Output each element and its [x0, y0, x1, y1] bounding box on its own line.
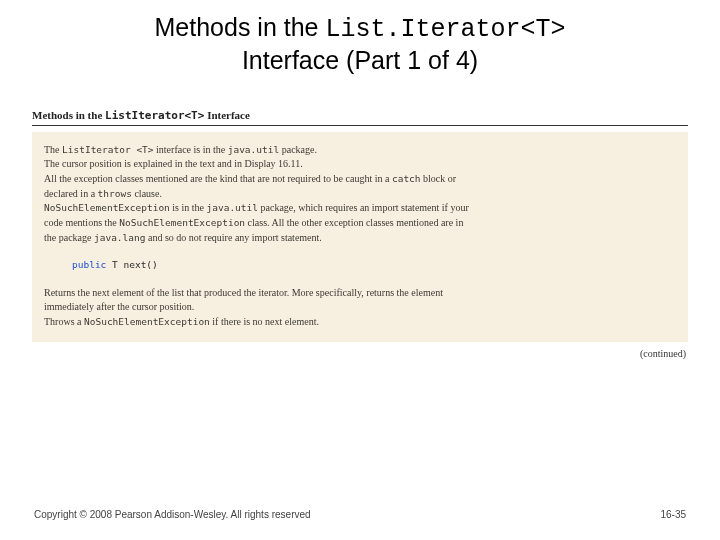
fig-header-post: Interface [204, 109, 250, 121]
intro-l5b: is in the [170, 202, 207, 213]
figure-header: Methods in the ListIterator<T> Interface [32, 105, 688, 126]
desc-l3c: if there is no next element. [210, 316, 319, 327]
desc-l3a: Throws a [44, 316, 84, 327]
intro-l5a: NoSuchElementException [44, 202, 170, 213]
intro-l4b: throws [98, 188, 132, 199]
title-line2: Interface (Part 1 of 4) [242, 46, 478, 74]
intro-l1a: The [44, 144, 62, 155]
title-pre: Methods in the [155, 13, 326, 41]
intro-l7b: java.lang [94, 232, 145, 243]
intro-l4: declared in a throws clause. [44, 187, 676, 201]
intro-l3b: catch [392, 173, 421, 184]
intro-l7: the package java.lang and so do not requ… [44, 231, 676, 245]
intro-l1: The ListIterator <T> interface is in the… [44, 143, 676, 157]
intro-l3: All the exception classes mentioned are … [44, 172, 676, 186]
sig-keyword: public [72, 259, 106, 270]
slide-title: Methods in the List.Iterator<T> Interfac… [0, 0, 720, 77]
intro-l5d: package, which requires an import statem… [258, 202, 469, 213]
intro-l4c: clause. [132, 188, 162, 199]
desc-l2: immediately after the cursor position. [44, 300, 676, 314]
footer: Copyright © 2008 Pearson Addison-Wesley.… [34, 509, 686, 520]
intro-l5: NoSuchElementException is in the java.ut… [44, 201, 676, 215]
sig-rest: T next() [106, 259, 157, 270]
title-mono: List.Iterator<T> [325, 15, 565, 44]
figure-body: The ListIterator <T> interface is in the… [32, 132, 688, 342]
fig-header-pre: Methods in the [32, 109, 105, 121]
intro-l6b: NoSuchElementException [119, 217, 245, 228]
desc-l1: Returns the next element of the list tha… [44, 286, 676, 300]
intro-l6c: class. All the other exception classes m… [245, 217, 463, 228]
method-signature: public T next() [72, 259, 676, 272]
intro-l6a: code mentions the [44, 217, 119, 228]
continued-label: (continued) [0, 348, 686, 359]
figure: Methods in the ListIterator<T> Interface… [32, 105, 688, 342]
intro-l1e: package. [279, 144, 317, 155]
intro-l3a: All the exception classes mentioned are … [44, 173, 392, 184]
copyright-text: Copyright © 2008 Pearson Addison-Wesley.… [34, 509, 311, 520]
intro-l7c: and so do not require any import stateme… [145, 232, 321, 243]
intro-l6: code mentions the NoSuchElementException… [44, 216, 676, 230]
intro-l1c: interface is in the [154, 144, 228, 155]
intro-l4a: declared in a [44, 188, 98, 199]
intro-l2: The cursor position is explained in the … [44, 157, 676, 171]
fig-header-mono: ListIterator<T> [105, 109, 204, 122]
intro-l1d: java.util [228, 144, 279, 155]
intro-l7a: the package [44, 232, 94, 243]
page-number: 16-35 [660, 509, 686, 520]
intro-l1b: ListIterator <T> [62, 144, 154, 155]
intro-l5c: java.util [207, 202, 258, 213]
desc-l3: Throws a NoSuchElementException if there… [44, 315, 676, 329]
intro-l2-text: The cursor position is explained in the … [44, 158, 303, 169]
desc-l3b: NoSuchElementException [84, 316, 210, 327]
intro-l3c: block or [421, 173, 457, 184]
